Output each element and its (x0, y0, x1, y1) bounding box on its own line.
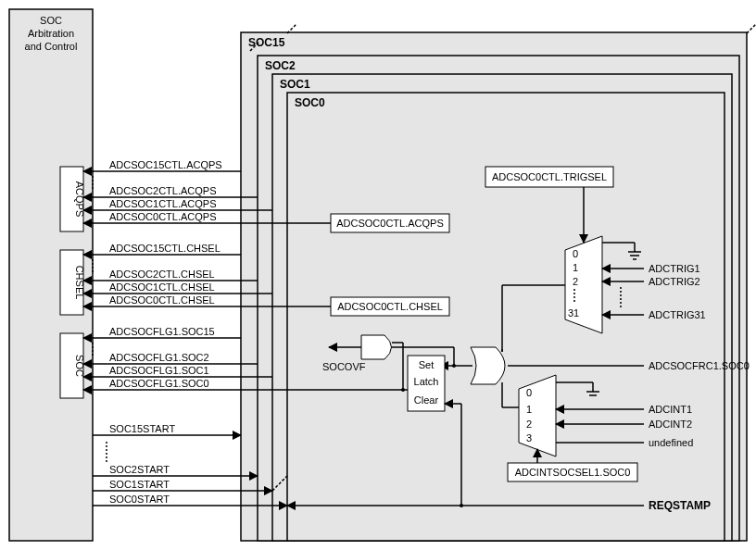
latch-mid: Latch (414, 376, 439, 387)
socovf-label: SOCOVF (322, 361, 366, 372)
sig-socflg-2: ADCSOCFLG1.SOC2 (109, 352, 209, 363)
acqps-label: ADCSOC0CTL.ACQPS (336, 218, 444, 229)
adctrig31: ADCTRIG31 (649, 309, 706, 320)
acqps-label: ACQPS (74, 181, 85, 218)
mux-top-idx31: 31 (568, 307, 579, 319)
sig-acqps-1: ADCSOC1CTL.ACQPS (109, 198, 217, 209)
sig-start-1: SOC1START (109, 479, 170, 490)
sig-acqps-0: ADCSOC0CTL.ACQPS (109, 211, 217, 222)
latch-set: Set (419, 359, 435, 370)
svg-point-59 (460, 504, 463, 507)
adctrig2: ADCTRIG2 (649, 276, 700, 287)
chsel-label: CHSEL (74, 266, 85, 300)
soc0-title: SOC0 (295, 96, 325, 109)
trigsel-label: ADCSOC0CTL.TRIGSEL (492, 171, 607, 182)
undefined: undefined (649, 437, 693, 448)
svg-line-1 (747, 24, 756, 33)
arb-title-2: Arbitration (28, 28, 74, 39)
mux-bot-idx3: 3 (526, 432, 532, 444)
sig-chsel-0: ADCSOC0CTL.CHSEL (109, 294, 215, 306)
sig-start-0: SOC0START (109, 494, 170, 505)
or-gate (471, 347, 505, 384)
and-gate (361, 335, 392, 359)
soc2-title: SOC2 (265, 59, 296, 72)
mux-bot-idx1: 1 (526, 404, 532, 415)
soc1-title: SOC1 (280, 78, 310, 91)
soc-block-diagram: SOC Arbitration and Control ACQPS CHSEL … (0, 0, 756, 550)
sig-socflg-0: ADCSOCFLG1.SOC0 (109, 378, 209, 389)
arb-title-3: and Control (25, 41, 78, 52)
sig-socflg-1: ADCSOCFLG1.SOC1 (109, 365, 209, 376)
mux-bot-idx0: 0 (526, 387, 532, 398)
arb-title-1: SOC (40, 15, 62, 26)
intsocsel-label: ADCINTSOCSEL1.SOC0 (515, 467, 631, 478)
sig-socflg-15: ADCSOCFLG1.SOC15 (109, 326, 215, 337)
adcsocfrc: ADCSOCFRC1.SOC0 (649, 360, 750, 371)
int-mux (519, 375, 556, 456)
adctrig1: ADCTRIG1 (649, 263, 700, 274)
adcint2: ADCINT2 (649, 419, 692, 430)
sig-start-15: SOC15START (109, 423, 175, 434)
sig-chsel-2: ADCSOC2CTL.CHSEL (109, 269, 215, 280)
latch-clear: Clear (414, 394, 439, 406)
sig-start-2: SOC2START (109, 464, 170, 475)
sig-chsel-15: ADCSOC15CTL.CHSEL (109, 243, 220, 254)
sig-chsel-1: ADCSOC1CTL.CHSEL (109, 281, 215, 293)
reqstamp: REQSTAMP (649, 499, 711, 512)
chsel-label: ADCSOC0CTL.CHSEL (337, 301, 443, 312)
mux-top-idx0: 0 (573, 248, 578, 259)
sig-acqps-15: ADCSOC15CTL.ACQPS (109, 159, 222, 170)
mux-top-idx1: 1 (573, 262, 578, 273)
soc-label: SOC (74, 355, 85, 377)
mux-top-idx2: 2 (573, 276, 578, 287)
adcint1: ADCINT1 (649, 404, 692, 415)
sig-acqps-2: ADCSOC2CTL.ACQPS (109, 185, 217, 196)
trigger-mux (565, 236, 602, 333)
mux-bot-idx2: 2 (526, 419, 532, 430)
